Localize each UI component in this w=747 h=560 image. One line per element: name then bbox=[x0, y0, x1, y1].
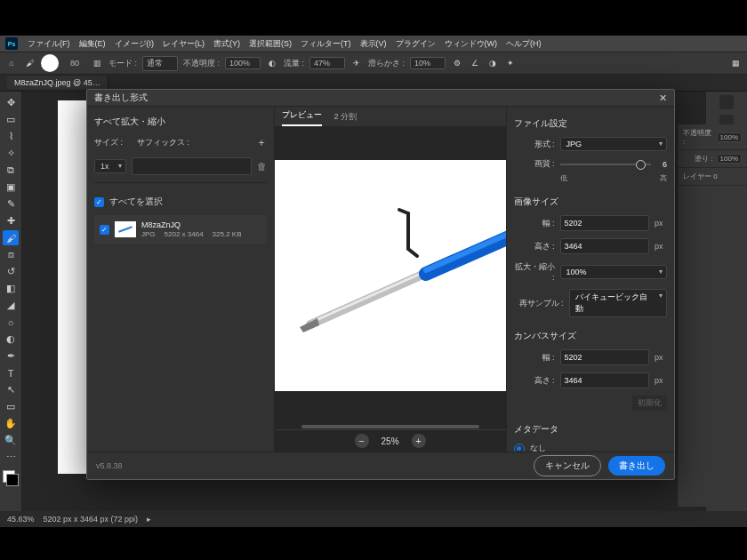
dialog-titlebar: 書き出し形式 ✕ bbox=[87, 90, 674, 107]
home-icon[interactable]: ⌂ bbox=[5, 57, 18, 69]
lasso-tool[interactable]: ⌇ bbox=[3, 129, 19, 144]
shape-tool[interactable]: ▭ bbox=[3, 399, 19, 414]
image-size-header: 画像サイズ bbox=[514, 196, 667, 208]
zoom-out-button[interactable]: − bbox=[355, 434, 369, 448]
height-label: 高さ : bbox=[514, 241, 555, 252]
eyedropper-tool[interactable]: ✎ bbox=[3, 196, 19, 212]
document-tab[interactable]: M8zaZnJQ.jpeg @ 45… bbox=[7, 76, 108, 89]
zoom-level[interactable]: 45.63% bbox=[7, 515, 35, 524]
panel-icon[interactable]: ▦ bbox=[729, 57, 742, 69]
airbrush-icon[interactable]: ✈ bbox=[350, 57, 363, 69]
hand-tool[interactable]: ✋ bbox=[3, 416, 19, 431]
gradient-tool[interactable]: ◢ bbox=[3, 298, 19, 313]
edit-toolbar[interactable]: ⋯ bbox=[3, 450, 19, 465]
frame-tool[interactable]: ▣ bbox=[3, 180, 19, 195]
pen-tool[interactable]: ✒ bbox=[3, 348, 19, 364]
tab-preview[interactable]: プレビュー bbox=[282, 109, 322, 126]
zoom-in-button[interactable]: + bbox=[412, 434, 426, 448]
options-bar: ⌂ 🖌 80 ▥ モード : 通常 不透明度 : 100% ◐ 流量 : 47%… bbox=[0, 52, 747, 75]
menu-layer[interactable]: レイヤー(L) bbox=[158, 38, 209, 50]
suffix-input[interactable] bbox=[132, 157, 252, 175]
flow-label: 流量 : bbox=[284, 58, 304, 69]
path-tool[interactable]: ↖ bbox=[3, 382, 19, 397]
history-brush-tool[interactable]: ↺ bbox=[3, 264, 19, 279]
export-left-panel: すべて拡大・縮小 サイズ : サフィックス : ＋ 1x 🗑 ✓ すべてを選択 … bbox=[87, 107, 275, 452]
panel-fill-value[interactable]: 100% bbox=[717, 154, 742, 164]
format-dropdown[interactable]: JPG bbox=[560, 137, 667, 151]
preview-zoom-level[interactable]: 25% bbox=[382, 436, 399, 446]
canvas-height-input[interactable]: 3464 bbox=[560, 372, 649, 388]
smoothing-select[interactable]: 10% bbox=[410, 57, 446, 69]
blur-tool[interactable]: ○ bbox=[3, 315, 19, 330]
preview-hscrollbar[interactable] bbox=[275, 424, 506, 429]
canvas-width-input[interactable]: 5202 bbox=[560, 349, 649, 365]
asset-checkbox[interactable]: ✓ bbox=[100, 225, 109, 235]
marquee-tool[interactable]: ▭ bbox=[3, 112, 19, 127]
quality-low-label: 低 bbox=[560, 173, 567, 183]
right-panel-stack: 不透明度 :100% 塗り :100% レイヤー 0 bbox=[677, 124, 747, 507]
scale-dropdown[interactable]: 1x bbox=[94, 159, 126, 173]
close-icon[interactable]: ✕ bbox=[659, 92, 667, 104]
dodge-tool[interactable]: ◐ bbox=[3, 332, 19, 347]
scale-dropdown-right[interactable]: 100% bbox=[560, 265, 667, 279]
menu-window[interactable]: ウィンドウ(W) bbox=[440, 38, 502, 50]
brush-size[interactable]: 80 bbox=[64, 59, 85, 68]
eraser-tool[interactable]: ◧ bbox=[3, 281, 19, 296]
brush-settings-icon[interactable]: ▥ bbox=[91, 57, 103, 69]
panel-icon-color[interactable] bbox=[719, 95, 734, 109]
menu-help[interactable]: ヘルプ(H) bbox=[502, 38, 546, 50]
pressure-opacity-icon[interactable]: ◐ bbox=[266, 57, 278, 69]
metadata-header: メタデータ bbox=[514, 423, 667, 436]
menu-file[interactable]: ファイル(F) bbox=[23, 38, 75, 50]
quality-slider[interactable] bbox=[560, 164, 651, 165]
resample-dropdown[interactable]: バイキュービック自動 bbox=[569, 289, 667, 317]
menu-plugin[interactable]: プラグイン bbox=[391, 38, 440, 50]
export-button[interactable]: 書き出し bbox=[608, 456, 665, 476]
pressure-size-icon[interactable]: ◑ bbox=[486, 57, 499, 69]
brush-preview[interactable] bbox=[41, 54, 59, 72]
trash-icon[interactable]: 🗑 bbox=[257, 161, 267, 172]
smoothing-label: 滑らかさ : bbox=[368, 58, 405, 69]
flow-select[interactable]: 47% bbox=[309, 57, 345, 69]
menu-image[interactable]: イメージ(I) bbox=[110, 38, 159, 50]
crop-tool[interactable]: ⧉ bbox=[3, 163, 19, 178]
quality-value: 6 bbox=[656, 160, 667, 169]
canvas-height-label: 高さ : bbox=[514, 375, 555, 387]
move-tool[interactable]: ✥ bbox=[3, 95, 19, 110]
add-size-icon[interactable]: ＋ bbox=[256, 135, 267, 150]
asset-row[interactable]: ✓ M8zaZnJQ JPG 5202 x 3464 325.2 KB bbox=[94, 215, 267, 244]
preview-image bbox=[275, 160, 506, 391]
stamp-tool[interactable]: ⧈ bbox=[3, 247, 19, 262]
quality-high-label: 高 bbox=[660, 173, 667, 183]
menu-filter[interactable]: フィルター(T) bbox=[296, 38, 356, 50]
brush-tool[interactable]: 🖌 bbox=[3, 230, 19, 245]
height-input[interactable]: 3464 bbox=[560, 238, 649, 254]
menu-select[interactable]: 選択範囲(S) bbox=[245, 38, 296, 50]
healing-tool[interactable]: ✚ bbox=[3, 213, 19, 228]
wand-tool[interactable]: ✧ bbox=[3, 146, 19, 161]
app-logo: Ps bbox=[5, 37, 18, 50]
panel-opacity-value[interactable]: 100% bbox=[717, 132, 742, 142]
tab-2up[interactable]: 2 分割 bbox=[334, 111, 357, 126]
symmetry-icon[interactable]: ✦ bbox=[504, 57, 517, 69]
color-swatches[interactable] bbox=[3, 470, 19, 486]
gear-icon[interactable]: ⚙ bbox=[451, 57, 463, 69]
cancel-button[interactable]: キャンセル bbox=[534, 455, 601, 476]
zoom-tool[interactable]: 🔍 bbox=[3, 433, 19, 448]
doc-dimensions: 5202 px x 3464 px (72 ppi) bbox=[44, 515, 139, 524]
metadata-none-radio[interactable] bbox=[514, 444, 525, 452]
status-chevron-icon[interactable]: ▸ bbox=[147, 515, 151, 524]
select-all-checkbox[interactable]: ✓ bbox=[94, 197, 104, 207]
blend-mode-select[interactable]: 通常 bbox=[142, 56, 178, 71]
layer-0[interactable]: レイヤー 0 bbox=[683, 172, 718, 181]
type-tool[interactable]: T bbox=[3, 365, 19, 380]
opacity-select[interactable]: 100% bbox=[225, 57, 261, 69]
menu-type[interactable]: 書式(Y) bbox=[209, 38, 245, 50]
blend-mode-label: モード : bbox=[108, 58, 137, 69]
width-input[interactable]: 5202 bbox=[560, 215, 649, 231]
reset-button[interactable]: 初期化 bbox=[632, 396, 667, 411]
status-bar: 45.63% 5202 px x 3464 px (72 ppi) ▸ bbox=[0, 511, 747, 527]
menu-view[interactable]: 表示(V) bbox=[356, 38, 391, 50]
angle-icon[interactable]: ∠ bbox=[469, 57, 481, 69]
menu-edit[interactable]: 編集(E) bbox=[75, 38, 110, 50]
